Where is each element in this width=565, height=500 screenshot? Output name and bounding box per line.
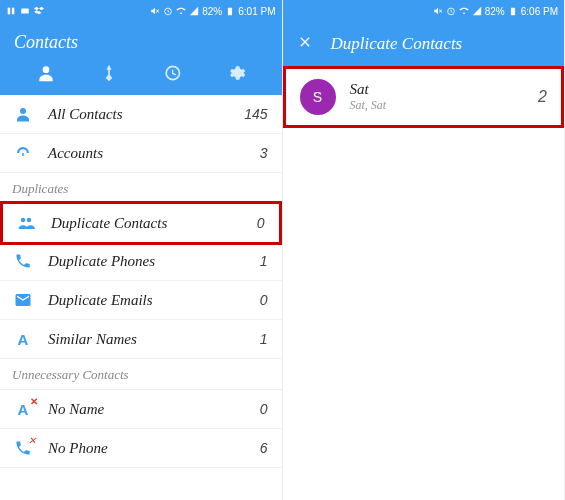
duplicate-text: Sat Sat, Sat [350, 81, 387, 113]
item-count: 0 [260, 401, 268, 417]
tag-icon [99, 63, 119, 83]
mute-icon [433, 6, 443, 16]
battery-text: 82% [202, 6, 222, 17]
item-similar-names[interactable]: A Similar Names 1 [0, 320, 282, 359]
item-count: 6 [260, 440, 268, 456]
tab-contacts[interactable] [36, 63, 56, 87]
svg-rect-0 [8, 8, 10, 15]
item-accounts[interactable]: Accounts 3 [0, 134, 282, 173]
status-bar: 82% 6:01 PM [0, 0, 282, 22]
clock-text: 6:06 PM [521, 6, 558, 17]
avatar: S [300, 79, 336, 115]
section-header-duplicates: Duplicates [0, 173, 282, 204]
page-title: Contacts [14, 32, 268, 53]
dropbox-icon [34, 6, 44, 16]
page-title: Duplicate Contacts [331, 34, 463, 54]
item-count: 1 [260, 253, 268, 269]
section-header-unnecessary: Unnecessary Contacts [0, 359, 282, 390]
dashboard-icon [14, 144, 32, 162]
history-icon [162, 63, 182, 83]
item-label: No Name [48, 401, 260, 418]
duplicate-header: Duplicate Contacts [283, 22, 565, 66]
clock-text: 6:01 PM [238, 6, 275, 17]
phone-x-icon: ✕ [14, 439, 32, 457]
letter-a-x-icon: A✕ [14, 400, 32, 418]
svg-rect-4 [228, 8, 232, 16]
item-label: Duplicate Phones [48, 253, 260, 270]
svg-point-8 [27, 218, 32, 223]
svg-point-5 [42, 66, 49, 73]
svg-point-6 [20, 108, 26, 114]
mute-icon [150, 6, 160, 16]
signal-icon [189, 6, 199, 16]
close-icon [297, 34, 313, 50]
item-count: 3 [260, 145, 268, 161]
mail-icon [14, 291, 32, 309]
item-label: Accounts [48, 145, 260, 162]
item-label: No Phone [48, 440, 260, 457]
card-icon [20, 6, 30, 16]
wifi-icon [459, 6, 469, 16]
wifi-icon [176, 6, 186, 16]
tab-history[interactable] [162, 63, 182, 87]
item-count: 145 [244, 106, 267, 122]
app-icon [6, 6, 16, 16]
letter-a-icon: A [14, 330, 32, 348]
item-label: Duplicate Contacts [51, 215, 257, 232]
duplicate-item[interactable]: S Sat Sat, Sat 2 [283, 66, 565, 128]
close-button[interactable] [297, 34, 313, 54]
status-bar: 82% 6:06 PM [283, 0, 565, 22]
contact-sub: Sat, Sat [350, 98, 387, 113]
alarm-icon [163, 6, 173, 16]
item-count: 1 [260, 331, 268, 347]
item-no-phone[interactable]: ✕ No Phone 6 [0, 429, 282, 468]
item-duplicate-phones[interactable]: Duplicate Phones 1 [0, 242, 282, 281]
item-duplicate-contacts[interactable]: Duplicate Contacts 0 [0, 201, 282, 245]
right-screen: 82% 6:06 PM Duplicate Contacts S Sat Sat… [283, 0, 566, 500]
person-icon [14, 105, 32, 123]
tab-settings[interactable] [226, 63, 246, 87]
phone-icon [14, 252, 32, 270]
app-header: Contacts [0, 22, 282, 95]
duplicate-count: 2 [538, 88, 547, 106]
svg-rect-1 [12, 8, 14, 15]
left-screen: 82% 6:01 PM Contacts All Contacts 145 Ac… [0, 0, 283, 500]
battery-icon [508, 6, 518, 16]
item-label: Duplicate Emails [48, 292, 260, 309]
item-label: All Contacts [48, 106, 244, 123]
contact-name: Sat [350, 81, 387, 98]
person-icon [36, 63, 56, 83]
item-count: 0 [257, 215, 265, 231]
signal-icon [472, 6, 482, 16]
battery-text: 82% [485, 6, 505, 17]
item-duplicate-emails[interactable]: Duplicate Emails 0 [0, 281, 282, 320]
tab-bar [14, 63, 268, 95]
tab-tag[interactable] [99, 63, 119, 87]
svg-point-7 [21, 218, 26, 223]
svg-rect-10 [511, 8, 515, 16]
item-all-contacts[interactable]: All Contacts 145 [0, 95, 282, 134]
item-label: Similar Names [48, 331, 260, 348]
item-no-name[interactable]: A✕ No Name 0 [0, 390, 282, 429]
people-icon [17, 214, 35, 232]
alarm-icon [446, 6, 456, 16]
battery-icon [225, 6, 235, 16]
item-count: 0 [260, 292, 268, 308]
gear-icon [226, 63, 246, 83]
svg-rect-2 [21, 9, 29, 14]
